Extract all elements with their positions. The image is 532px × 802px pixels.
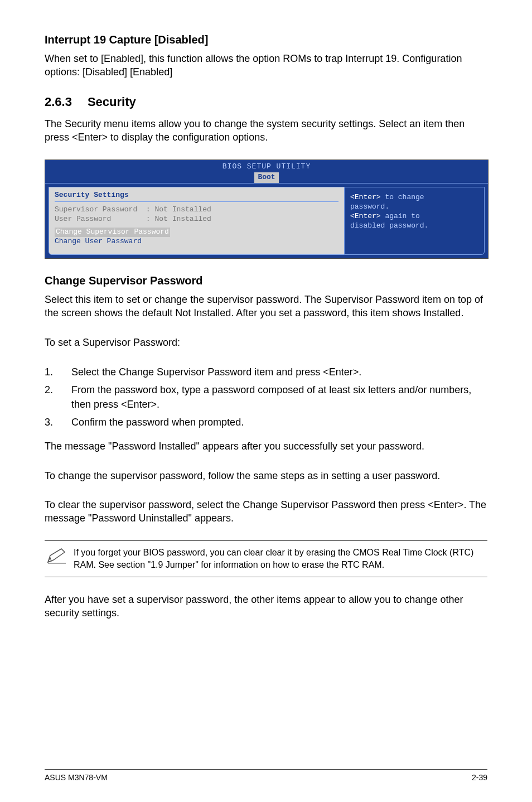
footer-right: 2-39 <box>472 773 487 782</box>
list-item: 3. Confirm the password when prompted. <box>45 415 487 429</box>
section-title: Security <box>88 95 136 109</box>
bios-help-enter2: <Enter> <box>350 212 381 220</box>
note-block: If you forget your BIOS password, you ca… <box>45 540 487 577</box>
bios-row1-value: : Not Installed <box>146 205 211 214</box>
list-text-3: Confirm the password when prompted. <box>71 415 487 429</box>
list-text-2: From the password box, type a password c… <box>71 383 487 412</box>
change-supervisor-heading: Change Supervisor Password <box>45 274 487 287</box>
bios-title: BIOS SETUP UTILITY <box>223 162 311 171</box>
bios-tab-boot: Boot <box>254 172 278 183</box>
bios-selected-item: Change Supervisor Password <box>55 228 170 237</box>
bios-row2-value: : Not Installed <box>146 215 211 223</box>
list-item: 2. From the password box, type a passwor… <box>45 383 487 412</box>
list-number-2: 2. <box>45 383 71 412</box>
steps-list: 1. Select the Change Supervisor Password… <box>45 365 487 429</box>
bios-left-panel: Security Settings Supervisor Password : … <box>49 187 345 255</box>
bios-title-row: BIOS SETUP UTILITY Boot <box>45 160 488 183</box>
change-supervisor-p1: Select this item to set or change the su… <box>45 293 487 320</box>
bios-left-heading: Security Settings <box>55 191 338 201</box>
bios-help-text3: again to <box>381 212 420 220</box>
list-text-1: Select the Change Supervisor Password it… <box>71 365 487 379</box>
section-number: 2.6.3 <box>45 95 72 109</box>
security-intro: The Security menu items allow you to cha… <box>45 117 487 144</box>
footer-left: ASUS M3N78-VM <box>45 773 108 782</box>
bios-help-text2: password. <box>350 202 389 211</box>
bios-bottom-strip <box>45 255 488 258</box>
change-supervisor-p5: To clear the supervisor password, select… <box>45 498 487 525</box>
bios-screenshot: BIOS SETUP UTILITY Boot Security Setting… <box>45 160 489 259</box>
security-section-heading: 2.6.3Security <box>45 95 487 109</box>
bios-help-text1: to change <box>381 193 424 201</box>
list-number-3: 3. <box>45 415 71 429</box>
page-container: Interrupt 19 Capture [Disabled] When set… <box>0 0 532 802</box>
interrupt-heading: Interrupt 19 Capture [Disabled] <box>45 33 487 46</box>
bios-row-change-supervisor: Change Supervisor Password <box>55 228 338 237</box>
page-footer: ASUS M3N78-VM 2-39 <box>45 769 487 782</box>
list-item: 1. Select the Change Supervisor Password… <box>45 365 487 379</box>
change-supervisor-p2: To set a Supervisor Password: <box>45 336 487 349</box>
change-supervisor-p3: The message "Password Installed" appears… <box>45 439 487 453</box>
bios-row1-label: Supervisor Password <box>55 205 137 214</box>
bios-body: Security Settings Supervisor Password : … <box>45 183 488 255</box>
list-number-1: 1. <box>45 365 71 379</box>
bios-help-text4: disabled password. <box>350 221 428 230</box>
bios-row-user: User Password : Not Installed <box>55 215 338 224</box>
change-supervisor-p6: After you have set a supervisor password… <box>45 593 487 620</box>
bios-divider <box>55 201 338 202</box>
note-text: If you forget your BIOS password, you ca… <box>74 547 485 571</box>
pencil-icon <box>47 547 74 567</box>
change-supervisor-p4: To change the supervisor password, follo… <box>45 469 487 482</box>
bios-row-change-user: Change User Passward <box>55 237 338 247</box>
interrupt-body: When set to [Enabled], this function all… <box>45 52 487 79</box>
bios-right-panel: <Enter> to change password. <Enter> agai… <box>345 187 485 255</box>
bios-row2-label: User Password <box>55 215 111 223</box>
bios-help-enter1: <Enter> <box>350 193 381 201</box>
bios-row-supervisor: Supervisor Password : Not Installed <box>55 205 338 215</box>
